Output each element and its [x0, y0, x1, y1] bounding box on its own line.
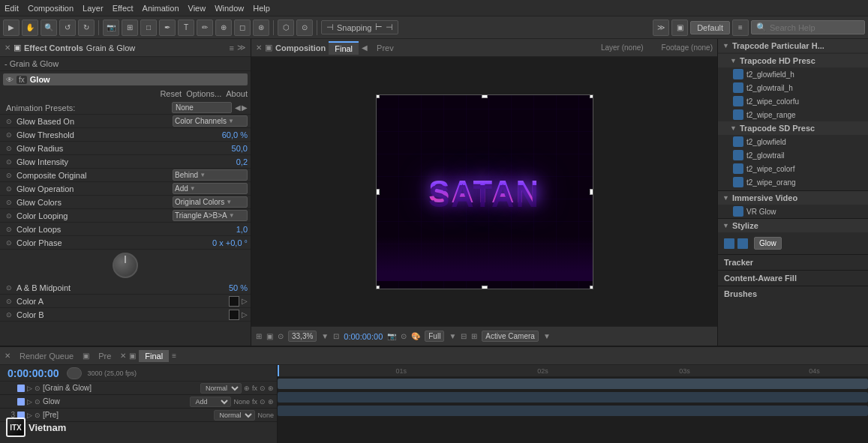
menu-view[interactable]: View	[188, 4, 206, 13]
comp-panel-close[interactable]: ✕	[256, 43, 262, 52]
tl-switch-0f[interactable]: ⊛	[268, 385, 274, 392]
footer-icon9[interactable]: ⊟	[461, 332, 467, 340]
tl-switch-1c[interactable]: None	[233, 398, 250, 406]
undo-btn[interactable]: ↺	[59, 19, 76, 36]
menu-animation[interactable]: Animation	[143, 4, 179, 13]
footer-icon11[interactable]: ▼	[543, 332, 551, 340]
footer-icon8[interactable]: ▼	[449, 332, 456, 340]
presets-next[interactable]: ▶	[242, 103, 248, 112]
about-btn[interactable]: About	[226, 89, 248, 98]
canvas-handle-br[interactable]	[590, 286, 593, 289]
stylize-glow-btn[interactable]: Glow	[754, 237, 782, 250]
canvas-handle-bm[interactable]	[482, 286, 488, 289]
tl-switch-0c[interactable]: ⊕	[244, 385, 250, 392]
footer-icon4[interactable]: ▼	[321, 332, 329, 340]
file-t2-wipe-range[interactable]: t2_wipe_range	[718, 108, 868, 121]
prop-dropdown-operation[interactable]: Add ▼	[173, 183, 248, 194]
workspace-menu[interactable]: ≡	[732, 19, 749, 36]
prop-value-midpoint[interactable]: 50 %	[229, 283, 248, 292]
prop-dropdown-glow-based[interactable]: Color Channels ▼	[173, 115, 248, 127]
canvas-handle-lm[interactable]	[376, 189, 380, 195]
monitor-btn[interactable]: ▣	[671, 19, 688, 36]
presets-prev[interactable]: ◀	[235, 103, 241, 112]
color-b-swatch[interactable]	[229, 310, 239, 320]
tl-mode-1[interactable]: Add	[190, 397, 231, 407]
tl-playhead[interactable]	[278, 365, 279, 376]
tl-layer-name-0[interactable]: [Grain & Glow]	[43, 384, 198, 392]
pen-tool[interactable]: ✒	[159, 19, 176, 36]
menu-layer[interactable]: Layer	[83, 4, 104, 13]
tl-close-btn[interactable]: ✕	[5, 352, 11, 360]
search-input[interactable]	[770, 23, 860, 32]
eraser-tool[interactable]: ◻	[234, 19, 251, 36]
color-a-arrow[interactable]: ▷	[242, 297, 248, 305]
tl-mode-0[interactable]: Normal	[200, 383, 242, 394]
tl-search[interactable]	[67, 367, 82, 379]
prop-dropdown-color-looping[interactable]: Triangle A>B>A ▼	[173, 210, 248, 221]
tab-arrow-left[interactable]: ◀	[362, 43, 368, 52]
redo-btn[interactable]: ↻	[78, 19, 95, 36]
zoom-tool[interactable]: 🔍	[41, 19, 57, 36]
panel-close-btn[interactable]: ✕	[5, 43, 11, 52]
footer-zoom[interactable]: 33,3%	[288, 331, 317, 342]
tl-switch-0d[interactable]: fx	[252, 385, 257, 392]
mask-tool[interactable]: ⬡	[278, 19, 294, 36]
hand-tool[interactable]: ✋	[22, 19, 38, 36]
glow-visibility-icon[interactable]: 👁	[6, 76, 14, 84]
panel-menu-btn[interactable]: ≡	[230, 43, 234, 52]
tl-switch-1d[interactable]: fx	[252, 398, 257, 406]
file-t2-wipe-colorf[interactable]: t2_wipe_colorf	[718, 162, 868, 175]
tl-mode-2[interactable]: Normal	[214, 410, 255, 421]
options-btn[interactable]: Options...	[186, 89, 221, 98]
puppet-tool[interactable]: ⊛	[253, 19, 269, 36]
presets-dropdown[interactable]: None	[172, 102, 232, 113]
tl-switch-2c[interactable]: None	[257, 412, 274, 419]
menu-help[interactable]: Help	[253, 4, 270, 13]
vr-glow-item[interactable]: VR Glow	[718, 205, 868, 218]
canvas-handle-tl[interactable]	[376, 94, 380, 98]
text-tool[interactable]: T	[178, 19, 194, 36]
tl-switch-0b[interactable]: ⊙	[35, 385, 41, 392]
footer-quality[interactable]: Full	[425, 331, 444, 342]
prop-value-color-loops[interactable]: 1,0	[236, 225, 248, 234]
tl-track-bar-0[interactable]	[278, 379, 868, 389]
file-t2-glowfield-h[interactable]: t2_glowfield_h	[718, 67, 868, 81]
footer-icon10[interactable]: ⊞	[471, 332, 477, 340]
shape-tool[interactable]: □	[140, 19, 157, 36]
expand-btn[interactable]: ≫	[653, 19, 669, 36]
footer-camera-select[interactable]: Active Camera	[482, 331, 539, 342]
immersive-video-header[interactable]: ▼ Immersive Video	[718, 191, 868, 205]
file-t2-wipe-orang[interactable]: t2_wipe_orang	[718, 175, 868, 189]
file-t2-wipe-colorfu[interactable]: t2_wipe_colorfu	[718, 94, 868, 108]
brush-tool[interactable]: ✏	[197, 19, 213, 36]
canvas-handle-bl[interactable]	[376, 286, 380, 289]
reset-btn[interactable]: Reset	[160, 89, 182, 98]
trapcode-sd-header[interactable]: ▼ Trapcode SD Presc	[718, 121, 868, 135]
tl-switch-0a[interactable]: ▷	[27, 385, 32, 392]
canvas-handle-rm[interactable]	[590, 189, 593, 195]
footer-icon5[interactable]: ⊡	[333, 332, 339, 340]
tl-switch-0e[interactable]: ⊙	[260, 385, 266, 392]
camera-tool[interactable]: 📷	[103, 19, 119, 36]
tab-final-active[interactable]: Final	[139, 350, 169, 362]
footer-icon6[interactable]: ⊙	[401, 332, 407, 340]
phase-knob[interactable]	[113, 253, 138, 278]
prop-value-threshold[interactable]: 60,0 %	[222, 130, 248, 139]
clone-tool[interactable]: ⊕	[215, 19, 232, 36]
tl-layer-name-1[interactable]: Glow	[43, 397, 188, 406]
trapcode-particular-header[interactable]: ▼ Trapcode Particular H...	[718, 39, 868, 52]
tab-render-queue[interactable]: Render Queue	[14, 350, 80, 362]
snapping-toggle[interactable]: ⊣ Snapping ⊢ ⊣	[321, 20, 398, 34]
footer-icon3[interactable]: ⊙	[278, 332, 284, 340]
tl-track-bar-2[interactable]	[278, 406, 868, 416]
color-b-arrow[interactable]: ▷	[242, 310, 248, 319]
footer-camera-icon[interactable]: 📷	[387, 332, 396, 340]
tl-switch-1b[interactable]: ⊙	[35, 398, 41, 406]
tl-switch-1f[interactable]: ⊛	[268, 398, 274, 406]
track-tool[interactable]: ⊙	[296, 19, 313, 36]
tab-prev[interactable]: Prev	[371, 42, 400, 54]
menu-window[interactable]: Window	[215, 4, 244, 13]
selection-tool[interactable]: ▶	[3, 19, 20, 36]
tl-switch-1e[interactable]: ⊙	[260, 398, 266, 406]
menu-edit[interactable]: Edit	[5, 4, 19, 13]
